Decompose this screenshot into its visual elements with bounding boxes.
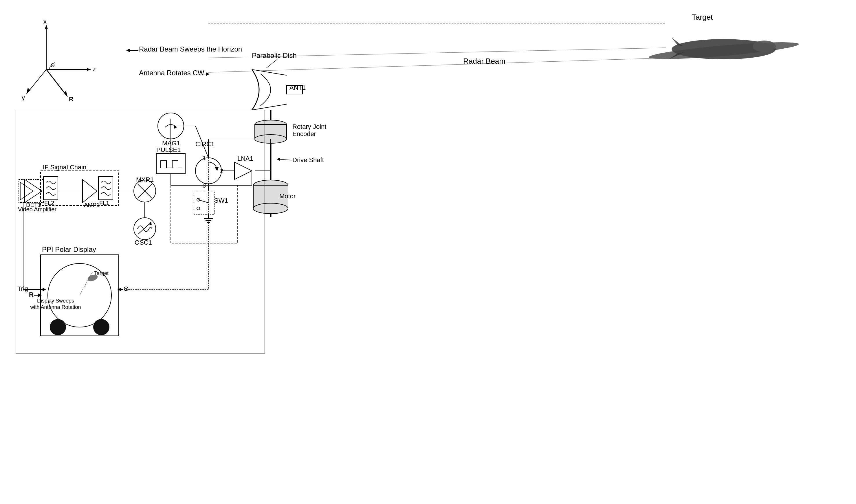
svg-point-13	[753, 40, 776, 52]
svg-point-33	[253, 203, 288, 214]
antenna-rotates-label: Antenna Rotates CW	[139, 69, 204, 77]
mxr1-label: MXR1	[136, 176, 154, 183]
theta-ppi-label: Θ	[124, 285, 128, 292]
theta-angle-label: Θ	[51, 62, 55, 68]
mag1-label: MAG1	[162, 140, 180, 147]
r-axis-label: R	[69, 95, 73, 103]
ppi-display-label: PPI Polar Display	[42, 246, 96, 253]
target-display-label: Target	[94, 270, 109, 276]
circ1-label: CIRC1	[195, 140, 214, 148]
parabolic-dish-label: Parabolic Dish	[252, 52, 297, 59]
rotary-joint-label: Rotary Joint	[292, 123, 326, 130]
y-axis-label: y	[22, 94, 25, 101]
ant1-label: ANT1	[289, 84, 306, 91]
sw1-label: SW1	[214, 197, 228, 204]
radar-beam-sweeps-label: Radar Beam Sweeps the Horizon	[139, 45, 242, 53]
z-axis-label: z	[93, 66, 96, 73]
x-axis-label: x	[43, 18, 47, 25]
r-display-label: R	[29, 291, 34, 298]
amp1-label: AMP1	[84, 202, 100, 208]
display-sweeps-label2: with Antenna Rotation	[30, 304, 81, 310]
svg-rect-0	[0, 0, 856, 504]
port1-label: 1	[203, 155, 206, 161]
fl1-label: FL1	[99, 200, 109, 206]
trig-label: Trig	[17, 285, 28, 292]
display-sweeps-label: Display Sweeps	[37, 298, 74, 304]
pulse1-label: PULSE1	[156, 146, 181, 154]
encoder-label: Encoder	[292, 130, 316, 138]
motor-label: Motor	[279, 193, 296, 200]
svg-point-90	[93, 319, 109, 335]
lna1-label: LNA1	[237, 155, 253, 162]
video-amplifier-label: Video Amplifier	[18, 206, 56, 213]
target-label: Target	[692, 13, 713, 21]
radar-beam-label: Radar Beam	[463, 57, 505, 66]
svg-point-89	[50, 319, 66, 335]
if-signal-chain-label: IF Signal Chain	[43, 164, 86, 171]
drive-shaft-label: Drive Shaft	[292, 156, 324, 164]
fl2-label: FL2	[44, 200, 54, 206]
osc1-label: OSC1	[135, 239, 152, 246]
